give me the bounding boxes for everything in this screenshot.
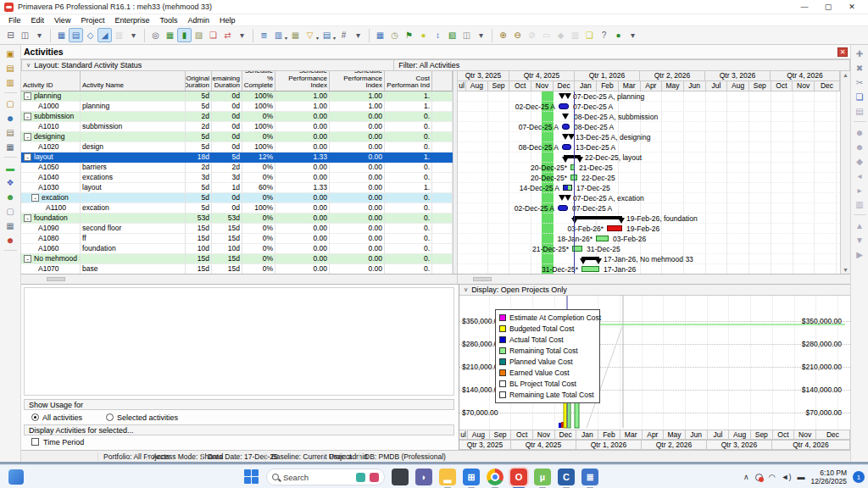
column-header[interactable]: Activity Name: [81, 71, 186, 92]
activity-row[interactable]: A1040excations3d3d0%0.000.000.: [21, 173, 453, 183]
actual-bar[interactable]: [558, 205, 568, 211]
overflow-dot-icon[interactable]: ▾: [32, 28, 47, 42]
dropdown-arrow-icon[interactable]: ▾: [285, 35, 287, 41]
gantt-hscrollbar[interactable]: [458, 274, 850, 284]
display-options-bar[interactable]: ∨ Display: Open Projects Only: [459, 285, 850, 296]
resources-icon[interactable]: ☻: [3, 112, 18, 124]
gantt-row[interactable]: 07-Dec-25 A, planning: [458, 92, 840, 102]
paste-icon[interactable]: ▤: [853, 105, 867, 117]
scroll-thumb[interactable]: [473, 277, 492, 281]
gantt-row[interactable]: 17-Jan-26, No mehmood 33: [458, 254, 840, 264]
activity-codes-icon[interactable]: ◆: [853, 155, 867, 167]
summary-marker-icon[interactable]: [565, 195, 571, 201]
documents-icon[interactable]: ▢: [3, 205, 18, 217]
primavera-app-icon[interactable]: O: [510, 469, 527, 485]
table-hscrollbar[interactable]: [21, 274, 458, 284]
activity-network-icon[interactable]: ◇: [83, 28, 97, 42]
globe-icon[interactable]: ●: [611, 28, 626, 42]
gantt-row[interactable]: 02-Dec-25 A07-Dec-25 A: [458, 203, 840, 214]
go-icon[interactable]: ▶: [853, 248, 867, 260]
menu-view[interactable]: View: [49, 16, 75, 25]
start-button[interactable]: [244, 469, 259, 485]
radio-icon[interactable]: [106, 413, 114, 421]
remaining-bar[interactable]: [581, 266, 599, 272]
roles-icon[interactable]: ☻: [853, 141, 867, 152]
gantt-row[interactable]: 08-Dec-25 A13-Dec-25 A: [458, 142, 840, 152]
summary-bar[interactable]: [573, 216, 622, 219]
column-header[interactable]: Schedule Performance Index: [275, 71, 330, 92]
resources-assign-icon[interactable]: ☻: [853, 126, 867, 138]
wbs-icon[interactable]: ▥: [3, 76, 18, 88]
tracking-chart-icon[interactable]: ▦: [3, 141, 18, 152]
column-header[interactable]: Remaining Duration: [212, 71, 242, 92]
dropdown-arrow-icon[interactable]: ▾: [333, 35, 336, 41]
activity-row[interactable]: A1100excation5d0d100%0.000.000.: [21, 203, 453, 214]
column-header[interactable]: Activity ID: [21, 71, 81, 92]
activity-row[interactable]: A1050barriers2d2d0%0.000.000.: [21, 163, 453, 173]
overflow-dot-icon[interactable]: ▾: [474, 28, 488, 42]
gantt-row[interactable]: 18-Jan-26*03-Feb-26: [458, 234, 840, 244]
gantt-row[interactable]: 13-Dec-25 A, designing: [458, 132, 840, 142]
notebook-icon[interactable]: ▤: [3, 126, 18, 138]
gantt-row[interactable]: 14-Dec-25 A17-Dec-25: [458, 183, 840, 193]
chevron-up-icon[interactable]: ∧: [743, 473, 749, 481]
gantt-row[interactable]: 20-Dec-25*21-Dec-25: [458, 163, 840, 173]
copy-icon[interactable]: ❏: [853, 91, 867, 103]
projects-icon[interactable]: ▣: [3, 47, 18, 59]
speaker-icon[interactable]: ◄): [782, 473, 792, 481]
bars-icon[interactable]: ≣: [257, 28, 271, 42]
menu-edit[interactable]: Edit: [26, 16, 50, 25]
collapse-icon[interactable]: -: [31, 194, 39, 202]
schedule-icon[interactable]: ▦: [163, 28, 177, 42]
enterprise-folder-icon[interactable]: ▤: [3, 62, 18, 74]
group-row[interactable]: -No mehmood 3315d15d0%0.000.000.: [21, 254, 453, 264]
gantt-view-icon[interactable]: ▤: [69, 28, 83, 42]
find-icon[interactable]: ◎: [148, 28, 163, 42]
activity-row[interactable]: A1020design5d0d100%0.000.000.: [21, 142, 453, 152]
widgets-icon[interactable]: [8, 469, 24, 485]
collapse-icon[interactable]: -: [24, 133, 31, 141]
assignments-icon[interactable]: ❖: [3, 176, 18, 188]
ccleaner-app-icon[interactable]: C: [558, 469, 575, 485]
search-box[interactable]: Search: [266, 469, 385, 485]
scroll-thumb[interactable]: [47, 277, 65, 281]
group-row[interactable]: -subbmission2d0d0%0.000.000.: [21, 112, 453, 122]
explorer-app-icon[interactable]: ▂: [439, 469, 456, 485]
menu-file[interactable]: File: [3, 16, 26, 25]
comment-icon[interactable]: ❑: [582, 28, 597, 42]
activity-row[interactable]: A1030layout5d1d60%1.330.001.: [21, 183, 453, 193]
spreadsheet-icon[interactable]: ▦: [3, 219, 18, 231]
layout-selector[interactable]: ∨ Layout: Standard Activity Status: [22, 60, 394, 70]
copy-project-icon[interactable]: ❏: [206, 28, 220, 42]
menu-admin[interactable]: Admin: [182, 16, 214, 25]
gantt-row[interactable]: 22-Dec-25, layout: [458, 152, 840, 163]
collapse-icon[interactable]: -: [24, 214, 31, 222]
gantt-row[interactable]: 21-Dec-25*31-Dec-25: [458, 244, 840, 254]
actual-bar[interactable]: [562, 124, 570, 130]
radio-all-activities[interactable]: All activities: [31, 413, 82, 422]
store-app-icon[interactable]: ⊞: [463, 469, 480, 485]
print-preview-icon[interactable]: ◫: [18, 28, 32, 42]
resource-table-icon[interactable]: ▦: [373, 28, 387, 42]
close-button[interactable]: ✕: [840, 1, 864, 14]
zoom-in-icon[interactable]: ⊕: [496, 28, 510, 42]
summary-marker-icon[interactable]: [562, 114, 569, 119]
actual-bar[interactable]: [562, 144, 571, 150]
help-icon[interactable]: ?: [597, 28, 611, 42]
report-icon[interactable]: ▧: [445, 28, 459, 42]
clock[interactable]: 6:10 PM 12/26/2025: [810, 469, 847, 485]
filter-icon[interactable]: ▽: [303, 28, 317, 42]
utorrent-app-icon[interactable]: µ: [534, 469, 551, 485]
notes-app-icon[interactable]: ≣: [581, 469, 598, 485]
critical-bar[interactable]: [607, 225, 622, 231]
time-period-checkbox[interactable]: [31, 438, 39, 446]
remaining-bar[interactable]: [563, 185, 572, 191]
timescale-icon[interactable]: ▦: [288, 28, 303, 42]
close-layout-icon[interactable]: ✕: [837, 47, 848, 57]
columns-mini-icon[interactable]: ▥: [853, 198, 867, 210]
group-row[interactable]: -foundation53d53d0%0.000.000.: [21, 214, 453, 224]
table-layout-icon[interactable]: ▦: [54, 28, 69, 42]
activity-row[interactable]: A1070base15d15d0%0.000.000.: [21, 264, 453, 274]
collapse-icon[interactable]: -: [24, 255, 31, 263]
cut-icon[interactable]: ✂: [853, 76, 867, 88]
